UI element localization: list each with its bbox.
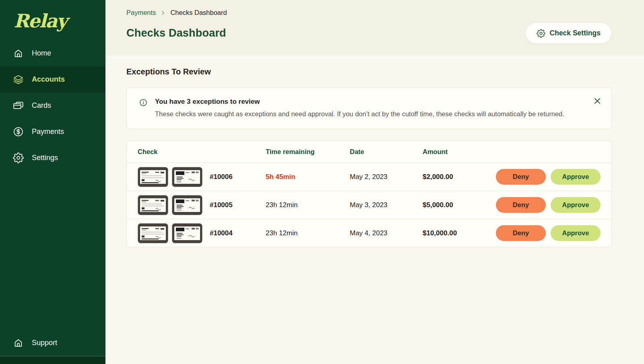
column-header-check: Check (127, 148, 266, 156)
deny-button[interactable]: Deny (496, 169, 546, 185)
time-remaining: 5h 45min (266, 173, 350, 181)
sidebar-item-label: Cards (32, 101, 51, 110)
sidebar-item-payments[interactable]: Payments (0, 119, 105, 145)
support-label: Support (32, 339, 57, 347)
banner-title: You have 3 exceptions to review (155, 98, 564, 106)
banner-description: These checks were caught as exceptions a… (155, 110, 564, 118)
check-back-thumbnail[interactable] (172, 195, 202, 215)
sidebar-item-accounts[interactable]: Accounts (0, 66, 105, 93)
app-window: Relay Home Accounts Cards (0, 0, 644, 364)
column-header-date: Date (350, 148, 423, 156)
check-number: #10005 (210, 201, 233, 209)
column-header-time-remaining: Time remaining (266, 148, 350, 156)
check-date: May 3, 2023 (350, 201, 423, 209)
relay-logo: Relay (14, 5, 105, 40)
time-remaining: 23h 12min (266, 201, 350, 209)
breadcrumb: Payments Checks Dashboard (126, 9, 612, 16)
home-icon (13, 48, 24, 59)
approve-button[interactable]: Approve (551, 225, 601, 241)
table-row: #10005 23h 12min May 3, 2023 $5,000.00 D… (127, 191, 611, 219)
approve-button[interactable]: Approve (551, 169, 601, 185)
gear-icon (13, 152, 24, 163)
layers-icon (13, 74, 24, 85)
exceptions-table: Check Time remaining Date Amount (126, 141, 612, 247)
check-settings-label: Check Settings (550, 29, 601, 37)
sidebar-bottom-strip (0, 356, 105, 364)
sidebar: Relay Home Accounts Cards (0, 0, 105, 364)
table-row: #10004 23h 12min May 4, 2023 $10,000.00 … (127, 219, 611, 247)
check-settings-button[interactable]: Check Settings (525, 23, 612, 44)
check-front-thumbnail[interactable] (138, 167, 168, 187)
deny-button[interactable]: Deny (496, 225, 546, 241)
sidebar-item-label: Payments (32, 128, 64, 136)
check-front-thumbnail[interactable] (138, 195, 168, 215)
time-remaining: 23h 12min (266, 229, 350, 237)
sidebar-item-settings[interactable]: Settings (0, 145, 105, 171)
approve-button[interactable]: Approve (551, 197, 601, 213)
sidebar-item-label: Settings (32, 154, 58, 162)
sidebar-nav: Home Accounts Cards Payments (0, 40, 105, 171)
section-title: Exceptions To Review (126, 67, 612, 76)
table-row: #10006 5h 45min May 2, 2023 $2,000.00 De… (127, 162, 611, 191)
breadcrumb-current: Checks Dashboard (170, 9, 227, 16)
deny-button[interactable]: Deny (496, 197, 546, 213)
check-date: May 4, 2023 (350, 229, 423, 237)
check-number: #10004 (210, 229, 233, 237)
check-date: May 2, 2023 (350, 173, 423, 181)
check-amount: $10,000.00 (423, 229, 496, 237)
check-number: #10006 (210, 173, 233, 181)
exceptions-banner: You have 3 exceptions to review These ch… (126, 87, 612, 129)
dollar-circle-icon (13, 126, 24, 137)
chevron-right-icon (160, 10, 166, 16)
credit-card-icon (13, 100, 24, 111)
main-area: Payments Checks Dashboard Checks Dashboa… (105, 0, 644, 364)
check-back-thumbnail[interactable] (172, 223, 202, 243)
column-header-amount: Amount (423, 148, 496, 156)
breadcrumb-payments-link[interactable]: Payments (126, 9, 156, 16)
sidebar-item-support[interactable]: Support (0, 330, 105, 356)
check-back-thumbnail[interactable] (172, 167, 202, 187)
info-icon (139, 98, 148, 107)
gear-icon (537, 29, 545, 38)
sidebar-item-home[interactable]: Home (0, 40, 105, 66)
sidebar-item-label: Home (32, 49, 51, 58)
sidebar-item-cards[interactable]: Cards (0, 93, 105, 119)
check-amount: $2,000.00 (423, 173, 496, 181)
sidebar-footer: Support (0, 330, 105, 364)
page-header: Payments Checks Dashboard Checks Dashboa… (105, 0, 644, 56)
support-icon (13, 337, 24, 348)
check-front-thumbnail[interactable] (138, 223, 168, 243)
sidebar-item-label: Accounts (32, 75, 65, 84)
close-icon[interactable] (593, 97, 602, 105)
content: Exceptions To Review You have 3 exceptio… (105, 56, 644, 247)
check-amount: $5,000.00 (423, 201, 496, 209)
table-header-row: Check Time remaining Date Amount (127, 141, 611, 162)
page-title: Checks Dashboard (126, 27, 226, 39)
